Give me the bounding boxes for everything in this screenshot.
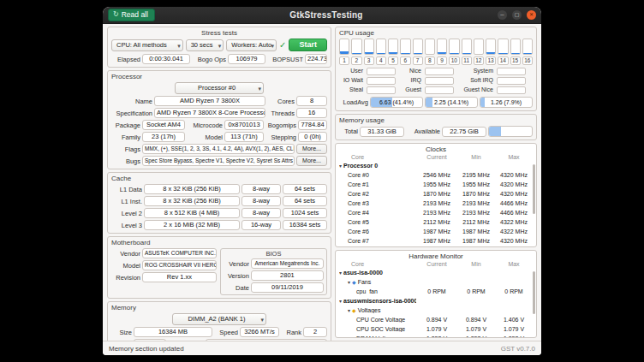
tree-value: 2195 MHz [457,172,495,178]
bios-row: Version 2801 [224,270,324,281]
tree-row[interactable]: Core #21870 MHz1870 MHz4320 MHz [336,189,536,199]
minimize-button[interactable]: ─ [498,10,507,20]
tree-row[interactable]: Core #11955 MHz1955 MHz4320 MHz [336,180,536,189]
expander-icon[interactable]: ▾ [339,270,342,276]
stress-workers-dropdown[interactable]: Workers: Auto [226,39,277,51]
cpu-core-number: 1 [339,56,349,65]
mobo-model-label: Model [111,262,140,270]
cpu-usage-section: CPU usage 12345678910111213141516 UserNi… [335,27,537,111]
expander-icon[interactable]: ▾ [348,307,350,313]
cpu-stat-label: System [457,68,493,75]
mem-available-value: 22.75 GiB [442,127,486,137]
cpu-core-numbers: 12345678910111213141516 [339,56,533,65]
tree-value: 2193 MHz [416,200,457,206]
cpu-stat-bar [425,68,454,75]
tree-label: Core #0 [348,172,369,178]
window-title: GtkStressTesting [160,10,492,20]
tree-row[interactable]: cpu_fan0 RPM0 RPM0 RPM [336,287,536,296]
clocks-scrollbar[interactable] [533,164,535,214]
tree-row[interactable]: ▾asus-isa-0000 [336,268,536,277]
loadavg-5min: 2.25 (14.1%) [425,97,478,108]
memory-usage-section: Memory usage Total 31.33 GiB Available 2… [335,114,537,140]
cpu-core-meter [376,39,386,55]
cpu-core-meter [351,39,361,55]
tree-row[interactable]: ▾◆Voltages [336,306,536,315]
tree-row[interactable]: Core #71987 MHz1987 MHz4320 MHz [336,236,536,246]
cache-section: Cache L1 Data 8 x 32 KiB (256 KiB) 8-way… [107,172,331,234]
hwmon-col-min: Min [457,261,495,267]
tree-row[interactable]: Core #61987 MHz1987 MHz4322 MHz [336,227,536,236]
stress-duration-dropdown[interactable]: 30 secs [186,39,224,51]
read-all-button[interactable]: ↻ Read all [108,9,155,22]
stress-tests-title: Stress tests [111,29,327,37]
tree-row[interactable]: CPU SOC Voltage1.079 V1.079 V1.079 V [336,324,536,334]
dimm-selector-dropdown[interactable]: DIMM_A2 (BANK 1) [172,313,266,325]
cache-row: L1 Inst. 8 x 32 KiB (256 KiB) 8-way 64 s… [111,196,327,206]
tree-value: 0 RPM [457,288,495,294]
start-button[interactable]: Start [289,39,327,51]
memory-row: Size 16384 MB Speed 3266 MT/s Rank 2 [111,327,327,337]
cpu-stat-bar [425,86,454,94]
cache-size-value: 8 x 32 KiB (256 KiB) [144,184,240,194]
loadavg-15min: 1.26 (7.9%) [480,97,533,108]
motherboard-body: Vendor ASUSTeK COMPUTER INC. Model ROG C… [111,248,327,295]
cpu-stat-label: User [339,68,363,75]
mem-rank-label: Rank [281,329,301,336]
cpu-core-meter [437,39,447,55]
tree-value: 4320 MHz [495,172,533,178]
bios-version-label: Version [224,272,249,280]
tree-row[interactable]: Core #42193 MHz2193 MHz4466 MHz [336,208,536,217]
tree-value: 2193 MHz [457,210,495,216]
hwmon-col-core: Core [339,261,416,267]
tree-value: 4320 MHz [495,238,533,244]
stress-method-dropdown[interactable]: CPU: All methods [111,39,183,51]
expander-icon[interactable]: ▾ [339,298,342,304]
tree-value: 4320 MHz [495,191,533,197]
cache-sets-value: 1024 sets [283,208,327,218]
tree-row[interactable]: CPU Core Voltage0.894 V0.894 V1.406 V [336,315,536,324]
tree-label: Core #6 [348,228,369,234]
bios-subsection: BIOS Vendor American Megatrends Inc. Ver… [220,248,327,295]
bugs-more-button[interactable]: More... [296,156,327,166]
flags-more-button[interactable]: More... [296,144,327,154]
cpu-stat-grid: UserNiceSystemIO WaitIRQSoft IRQStealGue… [339,68,533,94]
cpu-core-meter [474,39,484,55]
loadavg-15min-text: 1.26 (7.9%) [491,99,522,105]
memory-usage-title: Memory usage [339,116,533,124]
tree-value: 4466 MHz [495,210,533,216]
cpu-stat-label: Steal [339,86,363,94]
maximize-button[interactable]: ▢ [512,10,522,20]
tree-value: 1.079 V [416,326,457,332]
tree-row[interactable]: ▾◆Fans [336,277,536,287]
cpu-core-number: 2 [351,56,361,65]
tree-row[interactable]: ▾asuswmisensors-isa-0000 [336,296,536,306]
stress-stats-row: Elapsed 0:00:30.041 Bogo Ops 106979 BOPS… [111,54,327,64]
cpu-core-number: 8 [425,56,435,65]
bios-vendor-label: Vendor [224,260,249,268]
mem-size-value: 16384 MB [134,327,212,337]
tree-row[interactable]: Core #52112 MHz2112 MHz4322 MHz [336,217,536,227]
tree-row[interactable]: ▾Processor 0 [336,161,536,170]
tree-label: DRAM Voltage [356,335,396,337]
processor-selector-dropdown[interactable]: Processor #0 [175,82,264,94]
tree-label: Core #1 [348,181,369,187]
loadavg-1min: 6.63 (41.4%) [370,97,423,108]
bogomips-label: Bogomips [265,122,296,129]
close-button[interactable]: ✕ [527,10,536,20]
tree-value: 4322 MHz [495,219,533,225]
check-icon: ✓ [279,39,286,51]
tree-row[interactable]: DRAM Voltage1.352 V1.352 V1.352 V [336,334,536,337]
expander-icon[interactable]: ▾ [339,163,342,169]
bios-title: BIOS [224,250,324,258]
mem-size-label: Size [111,329,132,336]
tree-value: 1987 MHz [457,238,495,244]
tree-row[interactable]: Core #02546 MHz2195 MHz4320 MHz [336,170,536,180]
tree-row[interactable]: Core #32193 MHz2193 MHz4466 MHz [336,199,536,208]
name-value: AMD Ryzen 7 3800X [154,96,265,106]
expander-icon[interactable]: ▾ [348,279,350,285]
hwmon-scrollbar[interactable] [533,271,535,314]
cpu-core-meter [400,39,410,55]
cpu-stat-bar [497,77,526,85]
motherboard-row: Model ROG CROSSHAIR VII HERO [111,260,217,270]
processor-title: Processor [111,73,327,80]
